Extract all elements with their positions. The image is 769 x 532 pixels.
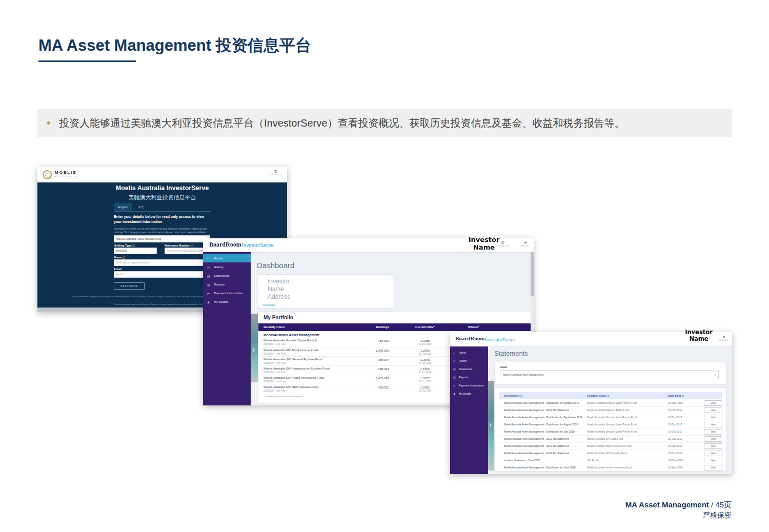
carousel-image: ❯: [488, 381, 494, 470]
issuer-card: Issuer Moelis Australia Asset Management…: [494, 362, 726, 384]
scrollbar-thumb[interactable]: [531, 252, 534, 296]
footer-brand: MA Asset Management: [625, 500, 709, 509]
table-row: MoelisAustralia Asset Management - Distr…: [499, 421, 722, 428]
phone-icon: ✆: [269, 169, 282, 174]
investor-card: Investor Name Address View Details: [258, 274, 393, 309]
investor-name-annotation: InvestorName: [458, 236, 510, 252]
sidebar-item-my-details[interactable]: ♟ My Details: [450, 390, 488, 397]
sort-security-class[interactable]: Security Class ⇅: [587, 392, 609, 400]
boardroom-logo: BoardRoom: [455, 335, 484, 341]
login-intro: Enter your details below for read only a…: [114, 214, 205, 224]
sidebar-item-reports[interactable]: ▥ Reports: [203, 280, 251, 289]
boardroom-logo: BoardRoom: [209, 241, 241, 249]
sidebar: ⌂ Home ◷ History ▤ Statements ▥ Reports …: [203, 252, 251, 405]
portfolio-group: MoelisAustralia Asset Management: [264, 333, 319, 337]
slide-footer: MA Asset Management / 45页 严格保密: [625, 500, 732, 520]
investor-name-annotation: InvestorName: [676, 329, 722, 342]
sidebar-item-history[interactable]: ◷ History: [203, 262, 251, 271]
sidebar-item-reports[interactable]: ▥ Reports: [450, 373, 488, 381]
title-underline: [38, 60, 136, 62]
table-row: MoelisAustralia Asset Management - Distr…: [499, 399, 722, 407]
view-button[interactable]: View: [704, 415, 722, 420]
login-form: English 中文 Enter your details below for …: [114, 167, 211, 312]
sidebar-item-payment-instructions[interactable]: ⇄ Payment Instructions: [450, 381, 488, 389]
portfolio-title: My Portfolio: [264, 315, 293, 320]
table-row: Investor Statement - June 2019SIV Funds2…: [499, 457, 722, 464]
issuer-input[interactable]: Moelis Australia Asset Management: [114, 235, 210, 242]
view-button[interactable]: View: [704, 407, 722, 413]
view-button[interactable]: View: [704, 422, 722, 427]
tab-chinese[interactable]: 中文: [133, 203, 149, 211]
table-row: MoelisAustralia Asset Management - 2019 …: [499, 435, 722, 443]
view-button[interactable]: View: [704, 443, 722, 449]
contact-us-button[interactable]: ✆ CONTACT US: [269, 169, 282, 176]
name-label: Name ⓘ: [114, 256, 125, 259]
moelis-brand-sub: AUSTRALIA: [55, 175, 78, 178]
view-details-link[interactable]: View Details: [262, 304, 275, 306]
sort-icon: ⇅: [682, 395, 684, 397]
portfolio-footnote: *Current prices per unit as at last upda…: [264, 395, 303, 398]
sort-description[interactable]: Description ⇅: [504, 392, 522, 400]
person-icon: ♟: [453, 392, 455, 395]
language-tabs: English 中文: [114, 203, 211, 212]
sidebar-item-history[interactable]: ◷ History: [450, 357, 488, 364]
sidebar-item-payment-instructions[interactable]: ⇄ Payment Instructions: [203, 289, 251, 297]
view-button[interactable]: View: [704, 451, 722, 456]
chevron-down-icon: ▾: [715, 371, 716, 379]
sidebar-item-statements[interactable]: ▤ Statements: [450, 365, 488, 373]
sidebar-item-statements[interactable]: ▤ Statements: [203, 271, 251, 280]
reference-number-label: Reference Number ⓘ: [165, 244, 193, 248]
statements-table-card: Description ⇅ Security Class ⇅ Date Sent…: [494, 387, 726, 472]
portfolio-table-header: Security Class Holdings Current NAV* $Va…: [258, 323, 531, 331]
dashboard-heading: Dashboard: [257, 261, 294, 270]
view-button[interactable]: View: [704, 436, 722, 442]
view-button[interactable]: View: [704, 400, 722, 406]
view-button[interactable]: View: [704, 429, 722, 435]
email-label: Email: [114, 268, 122, 271]
holding-type-label: Holding Type ⓘ: [114, 244, 135, 248]
table-row: MoelisAustralia Asset Management - Distr…: [499, 428, 722, 436]
reports-icon: ▥: [453, 376, 456, 379]
name-input[interactable]: Enter as per registered name: [114, 259, 210, 266]
view-button[interactable]: View: [704, 465, 722, 470]
payment-icon: ⇄: [453, 384, 455, 387]
logout-button[interactable]: ⇥ LOG OUT: [520, 240, 530, 247]
view-button[interactable]: View: [704, 458, 722, 463]
table-row: MoelisAustralia Asset Management - Distr…: [499, 414, 722, 421]
bullet-icon: •: [47, 109, 51, 137]
sidebar-item-my-details[interactable]: ♟ My Details: [203, 297, 251, 306]
slide: MA Asset Management 投资信息平台 • 投资人能够通过美驰澳大…: [0, 0, 769, 532]
person-icon: ♟: [207, 300, 210, 303]
investor-card-name: Investor: [268, 278, 290, 285]
sort-icon: ⇅: [520, 395, 522, 397]
email-input[interactable]: Email: [114, 271, 210, 278]
bullet-bar: • 投资人能够通过美驰澳大利亚投资信息平台（InvestorServe）查看投资…: [37, 109, 732, 137]
validate-button[interactable]: VALIDATE: [114, 282, 145, 290]
sidebar-item-home[interactable]: ⌂ Home: [203, 254, 251, 262]
info-icon: ⓘ: [132, 244, 135, 247]
table-row: MoelisAustralia Asset Management - 2019 …: [499, 442, 722, 450]
reports-icon: ▥: [207, 282, 210, 286]
sort-icon: ⇅: [607, 395, 609, 397]
bullet-text: 投资人能够通过美驰澳大利亚投资信息平台（InvestorServe）查看投资概况…: [59, 109, 624, 137]
history-icon: ◷: [207, 265, 210, 269]
table-row: MoelisAustralia Asset Management - 2019 …: [499, 406, 722, 414]
tab-english[interactable]: English: [114, 203, 132, 211]
sidebar-item-home[interactable]: ⌂ Home: [450, 349, 488, 356]
issuer-select[interactable]: Moelis Australia Asset Management ▾: [500, 370, 719, 379]
chevron-right-icon[interactable]: ❯: [489, 423, 492, 426]
statements-window: BoardRoom InvestorServe ⇥ LOG OUT Invest…: [450, 332, 732, 474]
moelis-logo-icon: [43, 170, 52, 179]
home-icon: ⌂: [453, 351, 455, 354]
sort-date-sent[interactable]: Date Sent ⇅: [668, 392, 684, 400]
logout-icon: ⇥: [520, 240, 530, 245]
table-row: MoelisAustralia Asset Management - 2019 …: [499, 449, 722, 457]
holding-type-input[interactable]: HIN/SRN: [114, 248, 157, 254]
chevron-right-icon[interactable]: ❯: [252, 347, 255, 352]
statements-table-header: Description ⇅ Security Class ⇅ Date Sent…: [499, 392, 722, 399]
statements-icon: ▤: [453, 367, 456, 371]
issuer-label: Issuer: [500, 365, 508, 369]
statements-heading: Statements: [494, 350, 528, 357]
footer-confidential: 严格保密: [625, 511, 732, 520]
investorserve-logo: InvestorServe: [485, 337, 515, 342]
